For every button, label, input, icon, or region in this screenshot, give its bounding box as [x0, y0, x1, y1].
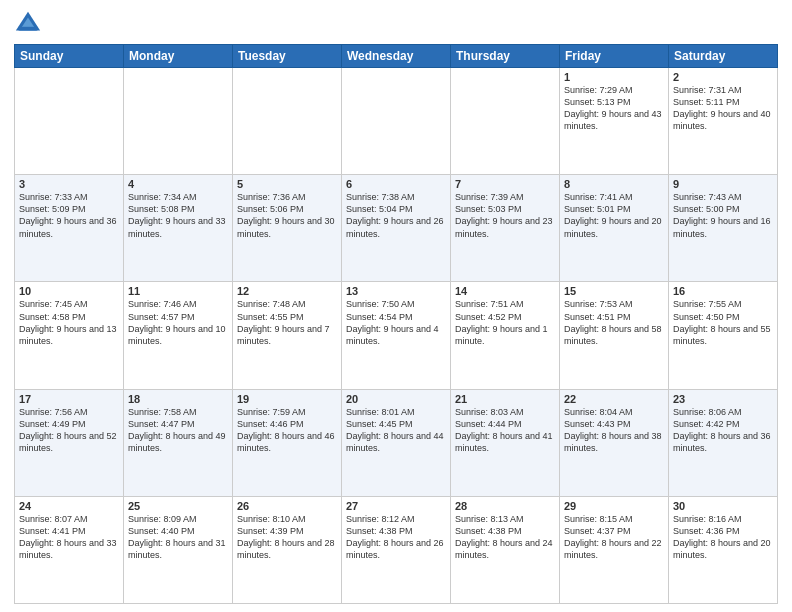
day-number: 27 [346, 500, 446, 512]
day-cell: 6Sunrise: 7:38 AM Sunset: 5:04 PM Daylig… [342, 175, 451, 282]
col-monday: Monday [124, 45, 233, 68]
page: Sunday Monday Tuesday Wednesday Thursday… [0, 0, 792, 612]
day-cell: 19Sunrise: 7:59 AM Sunset: 4:46 PM Dayli… [233, 389, 342, 496]
day-info: Sunrise: 7:31 AM Sunset: 5:11 PM Dayligh… [673, 84, 773, 133]
week-row-2: 3Sunrise: 7:33 AM Sunset: 5:09 PM Daylig… [15, 175, 778, 282]
day-cell: 27Sunrise: 8:12 AM Sunset: 4:38 PM Dayli… [342, 496, 451, 603]
day-info: Sunrise: 7:55 AM Sunset: 4:50 PM Dayligh… [673, 298, 773, 347]
day-cell [15, 68, 124, 175]
day-cell: 21Sunrise: 8:03 AM Sunset: 4:44 PM Dayli… [451, 389, 560, 496]
week-row-1: 1Sunrise: 7:29 AM Sunset: 5:13 PM Daylig… [15, 68, 778, 175]
day-number: 7 [455, 178, 555, 190]
day-info: Sunrise: 7:33 AM Sunset: 5:09 PM Dayligh… [19, 191, 119, 240]
day-info: Sunrise: 7:39 AM Sunset: 5:03 PM Dayligh… [455, 191, 555, 240]
day-number: 1 [564, 71, 664, 83]
day-number: 28 [455, 500, 555, 512]
day-cell: 8Sunrise: 7:41 AM Sunset: 5:01 PM Daylig… [560, 175, 669, 282]
day-number: 20 [346, 393, 446, 405]
day-cell: 2Sunrise: 7:31 AM Sunset: 5:11 PM Daylig… [669, 68, 778, 175]
day-cell: 20Sunrise: 8:01 AM Sunset: 4:45 PM Dayli… [342, 389, 451, 496]
day-info: Sunrise: 7:51 AM Sunset: 4:52 PM Dayligh… [455, 298, 555, 347]
day-number: 10 [19, 285, 119, 297]
day-cell: 22Sunrise: 8:04 AM Sunset: 4:43 PM Dayli… [560, 389, 669, 496]
day-info: Sunrise: 8:10 AM Sunset: 4:39 PM Dayligh… [237, 513, 337, 562]
day-info: Sunrise: 8:09 AM Sunset: 4:40 PM Dayligh… [128, 513, 228, 562]
day-cell: 4Sunrise: 7:34 AM Sunset: 5:08 PM Daylig… [124, 175, 233, 282]
col-thursday: Thursday [451, 45, 560, 68]
day-number: 11 [128, 285, 228, 297]
day-cell: 25Sunrise: 8:09 AM Sunset: 4:40 PM Dayli… [124, 496, 233, 603]
week-row-4: 17Sunrise: 7:56 AM Sunset: 4:49 PM Dayli… [15, 389, 778, 496]
day-cell: 1Sunrise: 7:29 AM Sunset: 5:13 PM Daylig… [560, 68, 669, 175]
day-cell: 24Sunrise: 8:07 AM Sunset: 4:41 PM Dayli… [15, 496, 124, 603]
logo-icon [14, 10, 42, 38]
day-info: Sunrise: 7:48 AM Sunset: 4:55 PM Dayligh… [237, 298, 337, 347]
day-info: Sunrise: 8:03 AM Sunset: 4:44 PM Dayligh… [455, 406, 555, 455]
day-number: 2 [673, 71, 773, 83]
day-cell [451, 68, 560, 175]
day-cell: 13Sunrise: 7:50 AM Sunset: 4:54 PM Dayli… [342, 282, 451, 389]
day-number: 13 [346, 285, 446, 297]
day-info: Sunrise: 8:01 AM Sunset: 4:45 PM Dayligh… [346, 406, 446, 455]
day-cell: 12Sunrise: 7:48 AM Sunset: 4:55 PM Dayli… [233, 282, 342, 389]
day-info: Sunrise: 8:07 AM Sunset: 4:41 PM Dayligh… [19, 513, 119, 562]
col-wednesday: Wednesday [342, 45, 451, 68]
col-saturday: Saturday [669, 45, 778, 68]
day-number: 24 [19, 500, 119, 512]
col-tuesday: Tuesday [233, 45, 342, 68]
day-info: Sunrise: 7:29 AM Sunset: 5:13 PM Dayligh… [564, 84, 664, 133]
col-sunday: Sunday [15, 45, 124, 68]
day-number: 25 [128, 500, 228, 512]
day-info: Sunrise: 8:04 AM Sunset: 4:43 PM Dayligh… [564, 406, 664, 455]
day-cell: 3Sunrise: 7:33 AM Sunset: 5:09 PM Daylig… [15, 175, 124, 282]
logo [14, 10, 46, 38]
day-number: 12 [237, 285, 337, 297]
day-cell [342, 68, 451, 175]
day-cell: 14Sunrise: 7:51 AM Sunset: 4:52 PM Dayli… [451, 282, 560, 389]
day-cell: 5Sunrise: 7:36 AM Sunset: 5:06 PM Daylig… [233, 175, 342, 282]
day-cell: 16Sunrise: 7:55 AM Sunset: 4:50 PM Dayli… [669, 282, 778, 389]
day-number: 5 [237, 178, 337, 190]
day-cell [124, 68, 233, 175]
day-cell: 7Sunrise: 7:39 AM Sunset: 5:03 PM Daylig… [451, 175, 560, 282]
col-friday: Friday [560, 45, 669, 68]
day-info: Sunrise: 7:38 AM Sunset: 5:04 PM Dayligh… [346, 191, 446, 240]
day-number: 8 [564, 178, 664, 190]
day-info: Sunrise: 7:56 AM Sunset: 4:49 PM Dayligh… [19, 406, 119, 455]
day-number: 3 [19, 178, 119, 190]
day-info: Sunrise: 7:53 AM Sunset: 4:51 PM Dayligh… [564, 298, 664, 347]
day-cell: 23Sunrise: 8:06 AM Sunset: 4:42 PM Dayli… [669, 389, 778, 496]
day-cell: 18Sunrise: 7:58 AM Sunset: 4:47 PM Dayli… [124, 389, 233, 496]
day-info: Sunrise: 7:36 AM Sunset: 5:06 PM Dayligh… [237, 191, 337, 240]
day-number: 6 [346, 178, 446, 190]
day-cell: 15Sunrise: 7:53 AM Sunset: 4:51 PM Dayli… [560, 282, 669, 389]
day-cell [233, 68, 342, 175]
day-number: 9 [673, 178, 773, 190]
day-number: 30 [673, 500, 773, 512]
day-number: 16 [673, 285, 773, 297]
day-cell: 29Sunrise: 8:15 AM Sunset: 4:37 PM Dayli… [560, 496, 669, 603]
day-info: Sunrise: 7:46 AM Sunset: 4:57 PM Dayligh… [128, 298, 228, 347]
day-number: 17 [19, 393, 119, 405]
week-row-3: 10Sunrise: 7:45 AM Sunset: 4:58 PM Dayli… [15, 282, 778, 389]
day-number: 26 [237, 500, 337, 512]
day-number: 29 [564, 500, 664, 512]
svg-rect-2 [19, 27, 38, 31]
day-cell: 28Sunrise: 8:13 AM Sunset: 4:38 PM Dayli… [451, 496, 560, 603]
day-info: Sunrise: 8:12 AM Sunset: 4:38 PM Dayligh… [346, 513, 446, 562]
day-info: Sunrise: 7:45 AM Sunset: 4:58 PM Dayligh… [19, 298, 119, 347]
day-number: 4 [128, 178, 228, 190]
day-info: Sunrise: 7:43 AM Sunset: 5:00 PM Dayligh… [673, 191, 773, 240]
day-number: 15 [564, 285, 664, 297]
day-number: 14 [455, 285, 555, 297]
day-info: Sunrise: 7:41 AM Sunset: 5:01 PM Dayligh… [564, 191, 664, 240]
day-info: Sunrise: 8:15 AM Sunset: 4:37 PM Dayligh… [564, 513, 664, 562]
day-number: 18 [128, 393, 228, 405]
day-number: 21 [455, 393, 555, 405]
top-area [14, 10, 778, 38]
calendar-table: Sunday Monday Tuesday Wednesday Thursday… [14, 44, 778, 604]
day-cell: 26Sunrise: 8:10 AM Sunset: 4:39 PM Dayli… [233, 496, 342, 603]
day-cell: 17Sunrise: 7:56 AM Sunset: 4:49 PM Dayli… [15, 389, 124, 496]
day-cell: 11Sunrise: 7:46 AM Sunset: 4:57 PM Dayli… [124, 282, 233, 389]
day-number: 23 [673, 393, 773, 405]
